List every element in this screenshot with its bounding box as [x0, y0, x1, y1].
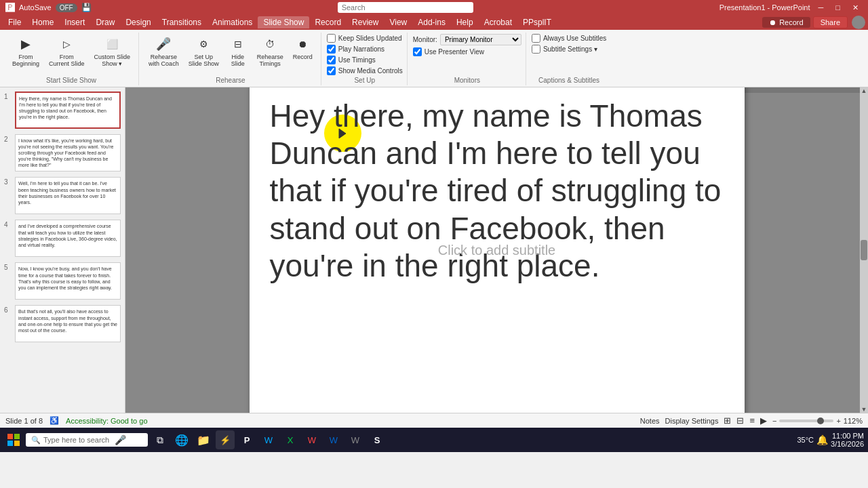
- subtitle-settings-input[interactable]: [532, 45, 540, 54]
- user-avatar[interactable]: [852, 16, 865, 29]
- keep-timings-input[interactable]: [327, 34, 336, 43]
- use-presenter-check[interactable]: Use Presenter View: [413, 47, 521, 56]
- slide-thumb-5[interactable]: 5 Now, I know you're busy, and you don't…: [3, 261, 122, 301]
- zoom-level[interactable]: 112%: [844, 417, 863, 425]
- menu-file[interactable]: File: [3, 16, 26, 28]
- slide-thumb-1[interactable]: 1 Hey there, my name is Thomas Duncan an…: [3, 90, 122, 130]
- always-subtitles-input[interactable]: [532, 34, 540, 43]
- app-title: Presentation1 - PowerPoint: [719, 3, 810, 12]
- record-button[interactable]: ⏺ Record: [762, 17, 810, 28]
- menu-help[interactable]: Help: [451, 16, 479, 28]
- menu-acrobat[interactable]: Acrobat: [479, 16, 517, 28]
- maximize-btn[interactable]: □: [831, 3, 844, 12]
- taskbar-app5[interactable]: W: [302, 430, 321, 449]
- notification-icon[interactable]: 🔔: [816, 434, 828, 445]
- menu-view[interactable]: View: [384, 16, 412, 28]
- save-icon[interactable]: 💾: [81, 3, 92, 12]
- taskbar-app8[interactable]: S: [368, 430, 387, 449]
- menu-home[interactable]: Home: [26, 16, 59, 28]
- record-btn[interactable]: ⏺ Record: [289, 34, 317, 62]
- slide-num-6: 6: [4, 305, 12, 342]
- menu-review[interactable]: Review: [347, 16, 384, 28]
- subtitle-settings-check[interactable]: Subtitle Settings ▾: [532, 45, 606, 54]
- autosave-toggle[interactable]: OFF: [56, 3, 77, 12]
- view-slideshow-btn[interactable]: ▶: [760, 415, 767, 426]
- from-current-btn[interactable]: ▷ FromCurrent Slide: [45, 34, 89, 69]
- taskbar-app7[interactable]: W: [346, 430, 365, 449]
- slide-thumb-6[interactable]: 6 But that's not all, you'll also have a…: [3, 304, 122, 344]
- menu-draw[interactable]: Draw: [90, 16, 120, 28]
- taskbar-explorer[interactable]: 📁: [194, 430, 213, 449]
- monitor-select[interactable]: Primary Monitor Secondary Monitor: [440, 34, 521, 45]
- svg-rect-2: [14, 434, 20, 439]
- ribbon-content: ▶ FromBeginning ▷ FromCurrent Slide ⬜ Cu…: [0, 30, 868, 87]
- time-display[interactable]: 11:00 PM 3/16/2026: [831, 432, 864, 448]
- caption-checks: Always Use Subtitles Subtitle Settings ▾: [532, 34, 606, 54]
- play-narrations-check[interactable]: Play Narrations: [327, 45, 403, 54]
- slide-thumb-4[interactable]: 4 and I've developed a comprehensive cou…: [3, 218, 122, 258]
- slide-thumb-2[interactable]: 2 I know what it's like, you're working …: [3, 133, 122, 173]
- vertical-scrollbar[interactable]: ▲ ▼: [860, 87, 868, 413]
- taskbar-search[interactable]: 🔍 Type here to search 🎤: [26, 433, 148, 447]
- taskbar-app2[interactable]: P: [237, 430, 256, 449]
- start-btn[interactable]: [4, 430, 23, 449]
- slide-main-text[interactable]: Hey there, my name is Thomas Duncan and …: [270, 98, 724, 285]
- play-narrations-input[interactable]: [327, 45, 336, 54]
- hide-slide-btn[interactable]: ⊟ HideSlide: [224, 34, 252, 69]
- monitor-label: Monitor:: [413, 36, 437, 43]
- menu-addins[interactable]: Add-ins: [412, 16, 451, 28]
- menu-slideshow[interactable]: Slide Show: [258, 16, 309, 28]
- taskbar-app6[interactable]: W: [324, 430, 343, 449]
- rehearse-timings-btn[interactable]: ⏱ RehearseTimings: [253, 34, 288, 69]
- zoom-slider[interactable]: [779, 420, 833, 422]
- use-presenter-input[interactable]: [413, 47, 422, 56]
- slide-num-5: 5: [4, 262, 12, 300]
- notes-btn[interactable]: Notes: [640, 417, 660, 425]
- task-view-btn[interactable]: ⧉: [151, 430, 170, 449]
- main-area: 1 Hey there, my name is Thomas Duncan an…: [0, 87, 868, 413]
- minimize-btn[interactable]: ─: [814, 3, 828, 12]
- search-input[interactable]: [338, 2, 473, 13]
- rehearse-coach-btn[interactable]: 🎤 Rehearsewith Coach: [144, 34, 183, 69]
- slide-thumb-3[interactable]: 3 Well, I'm here to tell you that it can…: [3, 176, 122, 216]
- show-media-input[interactable]: [327, 66, 336, 75]
- use-timings-check[interactable]: Use Timings: [327, 56, 403, 64]
- svg-rect-3: [7, 441, 13, 446]
- svg-rect-4: [14, 441, 20, 446]
- zoom-out-btn[interactable]: −: [772, 417, 776, 425]
- setup-show-btn[interactable]: ⚙ Set UpSlide Show: [184, 34, 223, 69]
- close-btn[interactable]: ✕: [848, 3, 863, 12]
- menu-record[interactable]: Record: [309, 16, 347, 28]
- weather-temp[interactable]: 35°C: [797, 436, 814, 444]
- menu-transitions[interactable]: Transitions: [157, 16, 207, 28]
- slide-num-2: 2: [4, 134, 12, 171]
- accessibility-status[interactable]: Accessibility: Good to go: [66, 417, 147, 425]
- menu-design[interactable]: Design: [120, 16, 156, 28]
- slide-canvas[interactable]: Hey there, my name is Thomas Duncan and …: [250, 87, 745, 413]
- view-reading-btn[interactable]: ≡: [749, 415, 755, 426]
- menu-ppsplit[interactable]: PPsplIT: [517, 16, 557, 28]
- record-icon: ⏺: [769, 18, 776, 26]
- slide-panel: 1 Hey there, my name is Thomas Duncan an…: [0, 87, 125, 413]
- zoom-in-btn[interactable]: +: [836, 417, 840, 425]
- taskbar-edge[interactable]: 🌐: [172, 430, 191, 449]
- taskbar-app1[interactable]: ⚡: [216, 430, 235, 449]
- use-timings-input[interactable]: [327, 56, 336, 64]
- view-sorter-btn[interactable]: ⊟: [736, 415, 744, 426]
- taskbar-app3[interactable]: W: [259, 430, 278, 449]
- hide-slide-icon: ⊟: [230, 36, 246, 52]
- menu-animations[interactable]: Animations: [207, 16, 258, 28]
- always-subtitles-check[interactable]: Always Use Subtitles: [532, 34, 606, 43]
- from-beginning-btn[interactable]: ▶ FromBeginning: [8, 34, 43, 69]
- ribbon-group-start-slideshow: ▶ FromBeginning ▷ FromCurrent Slide ⬜ Cu…: [4, 33, 139, 85]
- custom-show-btn[interactable]: ⬜ Custom SlideShow ▾: [90, 34, 135, 69]
- display-settings-btn[interactable]: Display Settings: [665, 417, 719, 425]
- show-media-check[interactable]: Show Media Controls: [327, 66, 403, 75]
- taskbar-app4[interactable]: X: [281, 430, 300, 449]
- menu-insert[interactable]: Insert: [59, 16, 90, 28]
- view-normal-btn[interactable]: ⊞: [724, 415, 731, 426]
- group-label-rehearse: Rehearse: [216, 77, 245, 85]
- share-button[interactable]: Share: [813, 16, 848, 28]
- keep-timings-check[interactable]: Keep Slides Updated: [327, 34, 403, 43]
- from-current-icon: ▷: [58, 36, 75, 52]
